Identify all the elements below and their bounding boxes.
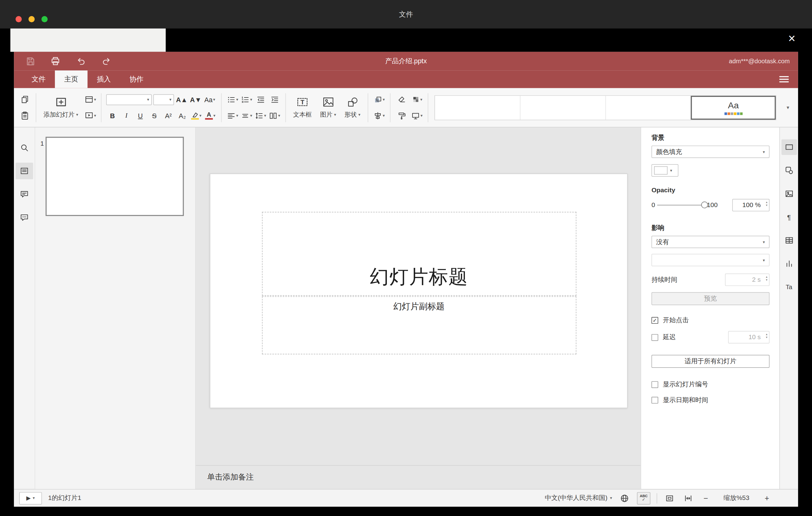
duration-spinner[interactable]: 2 s ▴▾: [725, 274, 770, 286]
show-slide-number-checkbox[interactable]: 显示幻灯片编号: [651, 380, 770, 389]
spinner-down-icon[interactable]: ▾: [766, 204, 767, 207]
highlight-color-button[interactable]: ▾: [190, 109, 202, 122]
slides-panel-button[interactable]: [16, 163, 33, 179]
fit-slide-button[interactable]: [663, 492, 676, 504]
textart-settings-button[interactable]: Ta: [781, 279, 796, 295]
tab-collaboration[interactable]: 协作: [120, 70, 153, 88]
vertical-align-button[interactable]: ▾: [240, 109, 253, 122]
theme-tile-2[interactable]: [520, 96, 606, 119]
horizontal-align-button[interactable]: ▾: [227, 109, 239, 122]
notes-area[interactable]: 单击添加备注: [196, 465, 640, 489]
copy-button[interactable]: [19, 93, 31, 106]
table-settings-button[interactable]: [781, 233, 796, 248]
superscript-button[interactable]: A²: [162, 109, 174, 122]
image-settings-button[interactable]: [781, 186, 796, 202]
tab-insert[interactable]: 插入: [88, 70, 120, 88]
fit-width-button[interactable]: [682, 492, 694, 504]
save-button[interactable]: [23, 54, 37, 68]
color-scheme-button[interactable]: ▾: [411, 93, 423, 106]
insert-textbox-button[interactable]: T 文本框: [289, 96, 316, 119]
italic-button[interactable]: I: [120, 109, 132, 122]
slide[interactable]: 幻灯片标题 幻灯片副标题: [209, 173, 628, 408]
undo-button[interactable]: [74, 54, 88, 68]
align-shape-button[interactable]: ▾: [373, 109, 385, 122]
theme-gallery-expand-button[interactable]: ▾: [781, 95, 795, 120]
start-slideshow-button[interactable]: ▾: [84, 109, 96, 122]
menu-icon[interactable]: [779, 76, 788, 82]
checkbox-checked-icon[interactable]: ✓: [651, 317, 658, 324]
add-slide-button[interactable]: 添加幻灯片▾: [39, 96, 82, 119]
title-placeholder[interactable]: 幻灯片标题: [262, 212, 576, 296]
zoom-in-button[interactable]: +: [762, 494, 772, 503]
zoom-out-button[interactable]: −: [701, 494, 711, 503]
opacity-slider-handle[interactable]: [701, 202, 708, 208]
bullets-button[interactable]: ▾: [227, 93, 239, 106]
paste-button[interactable]: [19, 109, 31, 122]
spinner-down-icon[interactable]: ▾: [766, 278, 767, 281]
columns-button[interactable]: ▾: [268, 109, 281, 122]
chat-button[interactable]: [16, 209, 33, 226]
print-button[interactable]: [48, 54, 63, 68]
spinner-up-icon[interactable]: ▴: [766, 333, 767, 336]
fill-type-select[interactable]: 颜色填充 ▾: [651, 146, 770, 158]
font-name-combo[interactable]: ▾: [106, 94, 152, 105]
comments-button[interactable]: [16, 186, 33, 203]
subtitle-placeholder[interactable]: 幻灯片副标题: [262, 296, 576, 354]
spinner-up-icon[interactable]: ▴: [766, 275, 767, 278]
checkbox-icon[interactable]: [651, 397, 658, 404]
theme-tile-3[interactable]: [606, 96, 691, 119]
apply-to-all-button[interactable]: 适用于所有幻灯片: [651, 355, 770, 368]
effect-select[interactable]: 没有 ▾: [651, 236, 770, 248]
clear-style-button[interactable]: [395, 93, 408, 106]
language-select[interactable]: 中文(中华人民共和国) ▾: [545, 494, 612, 503]
redo-button[interactable]: [99, 54, 114, 68]
slide-settings-button[interactable]: [781, 140, 796, 155]
strikeout-button[interactable]: S: [148, 109, 161, 122]
slide-size-button[interactable]: ▾: [411, 109, 423, 122]
show-date-time-checkbox[interactable]: 显示日期和时间: [651, 396, 770, 405]
theme-tile-selected[interactable]: Aa: [691, 96, 776, 119]
insert-shape-button[interactable]: 形状▾: [340, 96, 365, 119]
effect-variant-select[interactable]: ▾: [651, 254, 770, 266]
slide-layout-button[interactable]: ▾: [84, 93, 96, 106]
checkbox-icon[interactable]: [651, 381, 658, 388]
subscript-button[interactable]: A₂: [176, 109, 188, 122]
font-size-combo[interactable]: ▾: [153, 94, 174, 105]
increase-font-button[interactable]: A▲: [176, 93, 188, 106]
line-spacing-button[interactable]: ▾: [254, 109, 266, 122]
tab-home[interactable]: 主页: [55, 70, 88, 88]
delay-checkbox[interactable]: [651, 334, 658, 341]
delay-spinner[interactable]: 10 s ▴▾: [728, 331, 770, 343]
tab-file[interactable]: 文件: [22, 70, 55, 88]
fill-color-picker[interactable]: ▾: [651, 164, 678, 176]
decrease-indent-button[interactable]: [254, 93, 266, 106]
opacity-slider[interactable]: [657, 205, 705, 205]
chevron-down-icon: ▾: [94, 97, 96, 102]
theme-tile-1[interactable]: [435, 96, 520, 119]
paragraph-settings-button[interactable]: ¶: [781, 209, 796, 225]
numbering-button[interactable]: ▾: [240, 93, 253, 106]
opacity-spinner[interactable]: 100 % ▴▾: [732, 199, 770, 211]
shape-settings-button[interactable]: [781, 163, 796, 178]
change-case-button[interactable]: Aa▾: [204, 93, 216, 106]
underline-button[interactable]: U: [134, 109, 147, 122]
insert-image-button[interactable]: 图片▾: [316, 96, 340, 119]
spinner-down-icon[interactable]: ▾: [766, 336, 767, 339]
start-slideshow-statusbar-button[interactable]: ▶ ▾: [19, 492, 42, 504]
preview-button[interactable]: 预览: [651, 292, 770, 305]
set-language-button[interactable]: [618, 492, 631, 504]
font-color-button[interactable]: A ▾: [204, 109, 216, 122]
bold-button[interactable]: B: [106, 109, 118, 122]
chart-settings-button[interactable]: [781, 256, 796, 271]
arrange-shape-button[interactable]: ▾: [373, 93, 385, 106]
increase-indent-button[interactable]: [268, 93, 281, 106]
decrease-font-button[interactable]: A▼: [190, 93, 202, 106]
spinner-up-icon[interactable]: ▴: [766, 201, 767, 204]
slide-canvas[interactable]: 幻灯片标题 幻灯片副标题: [196, 127, 640, 465]
slide-thumbnail[interactable]: [46, 137, 184, 216]
search-button[interactable]: [16, 140, 33, 156]
spellcheck-button[interactable]: ABC ✓: [637, 492, 651, 504]
start-on-click-checkbox[interactable]: ✓ 开始点击: [651, 316, 770, 325]
copy-style-button[interactable]: [395, 109, 408, 122]
close-icon[interactable]: ×: [788, 32, 796, 45]
